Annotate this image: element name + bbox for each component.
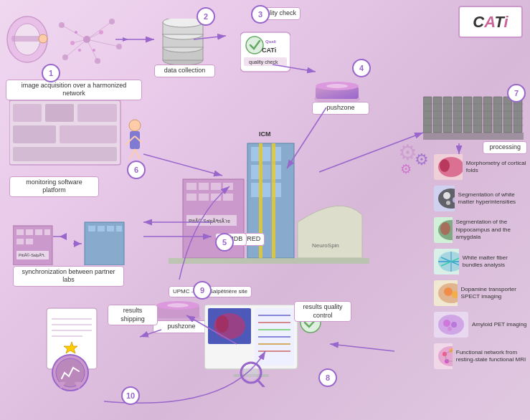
catishared-catidb-area: 5 CATISHARED CATIDB [215,233,234,254]
step1-circle: 1 [42,64,60,82]
step10-circle: 10 [121,386,140,405]
svg-point-17 [39,34,47,43]
svg-point-90 [444,287,453,296]
step8-circle: 8 [318,368,337,387]
step8-area: 8 results quality control [201,297,351,401]
step10-area: 10 results shipping [39,301,158,409]
step3-area: 3 quality check Quali CATi quality check [229,4,301,97]
svg-line-27 [87,22,112,39]
brain-fibers-icon [434,249,459,275]
workflow-diagram: CATi [0,0,530,420]
svg-point-173 [216,315,229,333]
svg-line-121 [135,149,140,159]
svg-point-75 [443,192,450,199]
svg-rect-163 [98,226,105,232]
step1-label: image acquisition over a harmonized netw… [6,80,142,100]
svg-point-169 [167,303,189,307]
proc-item-2: Segmentation of white matter hyperintens… [434,186,527,211]
svg-text:ICM: ICM [259,130,271,138]
svg-line-26 [62,25,87,39]
svg-text:CATi: CATi [262,47,276,54]
processing-label: processing [483,141,527,154]
sync-buildings-icon: PitiÃ©-SalpÃªt. [13,211,128,265]
step4-label: pushzone [312,102,369,115]
svg-point-35 [75,31,77,34]
svg-rect-152 [44,229,50,235]
proc-item-7: Functional network from resting-state fu… [434,343,527,369]
svg-rect-129 [251,183,260,197]
step6-circle: 6 [127,161,146,179]
svg-text:PitiÃ©-SalpÃªtriÃ¨re: PitiÃ©-SalpÃªtriÃ¨re [189,218,230,224]
svg-point-80 [440,222,450,235]
svg-rect-114 [60,125,117,143]
svg-rect-142 [211,194,221,201]
svg-rect-126 [251,165,260,179]
step8-label: results quality control [294,301,351,322]
svg-rect-56 [433,97,442,133]
step2-label: data collection [154,65,215,77]
svg-rect-141 [199,194,209,201]
brain-fmri-icon [434,343,453,369]
svg-rect-143 [223,194,233,201]
step4-circle: 4 [352,59,371,77]
step6-label: monitoring software platform [9,176,99,197]
step7-area: 7 processing [423,82,527,154]
step9-circle: 9 [193,281,212,300]
svg-rect-127 [262,165,270,179]
svg-rect-138 [211,183,221,190]
svg-point-46 [246,37,263,54]
monitoring-screen-icon [9,100,142,172]
step4-area: 4 pushzone [308,57,373,115]
svg-rect-165 [116,226,122,232]
svg-point-34 [93,49,95,52]
svg-line-186 [257,380,264,387]
svg-rect-139 [223,183,233,190]
step5-circle: 5 [215,233,234,252]
svg-rect-123 [251,147,260,161]
svg-rect-162 [88,226,95,232]
server-farm-icon [423,93,524,143]
svg-rect-136 [186,183,197,190]
svg-marker-69 [423,133,524,140]
svg-rect-145 [169,258,369,264]
svg-point-95 [451,322,457,328]
proc-item-1: Morphometry of cortical folds [434,154,527,180]
brain-morphometry-icon [434,154,463,180]
svg-rect-61 [483,97,492,133]
brain-hippocampus-icon [434,217,453,243]
database-icon [160,19,207,65]
svg-line-120 [130,149,135,159]
svg-rect-111 [45,104,74,122]
proc-item-3: Segmentation of the hippocampus and the … [434,217,527,243]
proc-item-5: Dopamine transporter SPECT imaging [434,280,527,306]
step3-circle: 3 [251,5,270,24]
svg-rect-59 [463,97,472,133]
svg-point-96 [448,327,452,331]
svg-rect-149 [16,229,24,235]
svg-rect-55 [423,97,432,133]
svg-text:Quali: Quali [265,39,276,44]
svg-point-54 [326,84,348,88]
svg-rect-150 [26,229,33,235]
proc-item-6: Amyloid PET imaging [434,312,527,338]
svg-rect-63 [503,97,512,133]
svg-rect-151 [35,229,42,235]
svg-rect-113 [13,125,56,143]
svg-rect-110 [13,104,42,122]
sync-area: PitiÃ©-SalpÃªt. synchronization between … [6,211,149,287]
svg-point-185 [244,366,258,380]
brain-spect-icon [434,280,458,306]
step2-circle: 2 [197,7,215,26]
svg-rect-137 [199,183,209,190]
svg-rect-16 [11,36,43,42]
cati-logo: CATi [458,6,523,38]
qualicati-icon: Quali CATi quality check [240,25,290,75]
logo-text: CATi [473,13,508,32]
network-graph [47,11,130,72]
brain-white-matter-icon [434,186,455,211]
svg-rect-153 [16,239,24,244]
svg-rect-130 [262,183,270,197]
svg-point-33 [78,49,81,52]
svg-point-94 [443,320,450,327]
svg-line-32 [87,32,101,39]
